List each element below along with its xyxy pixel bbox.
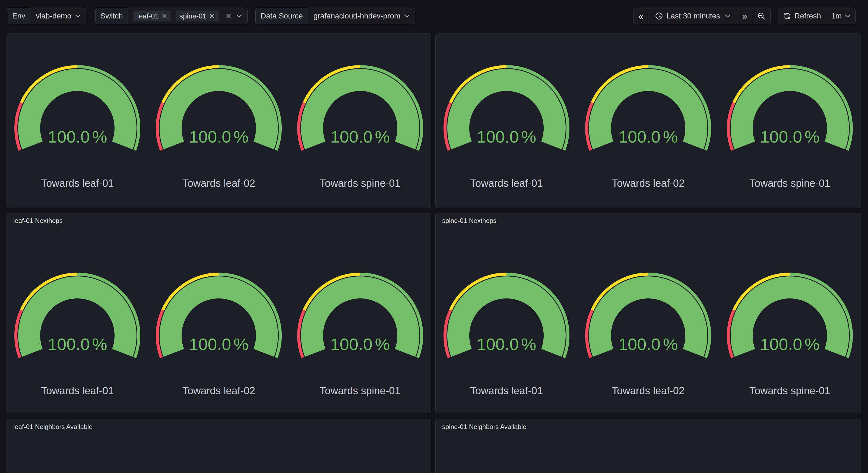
gauge: 100.0% [297, 65, 423, 152]
double-chevron-left-icon: « [639, 11, 644, 21]
gauge-cell: 100.0% Towards leaf-01 [436, 273, 577, 397]
gauge-value: 100.0% [727, 336, 853, 353]
gauge: 100.0% [585, 65, 711, 152]
panel-row1-left: 100.0% Towards leaf-01 100.0% Towards le… [6, 33, 431, 208]
gauge-label: Towards leaf-02 [612, 384, 684, 397]
zoom-out-time-button[interactable] [752, 8, 770, 24]
panel-title[interactable]: leaf-01 Neighbors Available [7, 419, 431, 431]
panel-leaf-01-neighbors-available: leaf-01 Neighbors Available [6, 419, 431, 473]
datasource-dropdown[interactable]: grafanacloud-hhdev-prom [308, 8, 415, 24]
gauge-row: 100.0% Towards leaf-01 100.0% Towards le… [436, 273, 861, 397]
panel-title[interactable]: spine-01 Neighbors Available [436, 419, 861, 431]
refresh-icon [783, 12, 791, 20]
switch-tag-spine-01[interactable]: spine-01 [176, 10, 219, 22]
datasource-value: grafanacloud-hhdev-prom [313, 12, 401, 20]
chevron-down-icon [725, 14, 731, 18]
gauge: 100.0% [297, 273, 423, 359]
chevron-down-icon [845, 14, 850, 18]
time-range-button[interactable]: Last 30 minutes [648, 8, 737, 24]
refresh-group: Refresh 1m [778, 8, 856, 24]
time-picker-group: « Last 30 minutes » [633, 8, 771, 24]
gauge-cell: 100.0% Towards leaf-02 [148, 65, 289, 189]
panel-title[interactable]: leaf-01 Nexthops [7, 213, 431, 225]
env-variable-control: Env vlab-demo [7, 8, 86, 24]
gauge-label: Towards leaf-02 [182, 177, 255, 189]
refresh-button-text: Refresh [795, 12, 821, 20]
switch-variable-control: Switch leaf-01 spine-01 [95, 8, 248, 24]
panel-row1-right: 100.0% Towards leaf-01 100.0% Towards le… [435, 33, 861, 208]
gauge: 100.0% [727, 273, 853, 359]
gauge-cell: 100.0% Towards leaf-01 [7, 273, 148, 397]
gauge-cell: 100.0% Towards leaf-02 [577, 65, 719, 189]
env-label: Env [7, 8, 30, 24]
gauge-cell: 100.0% Towards leaf-02 [577, 273, 719, 397]
gauge-value: 100.0% [297, 128, 423, 145]
gauge-value: 100.0% [297, 336, 423, 353]
remove-tag-icon[interactable] [209, 13, 215, 19]
gauge-value: 100.0% [156, 128, 282, 145]
gauge-cell: 100.0% Towards leaf-01 [7, 65, 148, 189]
gauge-label: Towards leaf-01 [41, 384, 114, 397]
switch-dropdown[interactable]: leaf-01 spine-01 [128, 8, 247, 24]
gauge-label: Towards leaf-01 [41, 177, 114, 189]
chevron-down-icon [237, 14, 242, 18]
gauge-cell: 100.0% Towards spine-01 [719, 273, 861, 397]
gauge-value: 100.0% [585, 128, 711, 145]
gauge-cell: 100.0% Towards spine-01 [289, 273, 431, 397]
gauge-cell: 100.0% Towards leaf-01 [436, 65, 577, 189]
switch-tag-leaf-01[interactable]: leaf-01 [133, 10, 171, 22]
refresh-button[interactable]: Refresh [778, 8, 826, 24]
gauge-value: 100.0% [585, 336, 711, 353]
panel-spine-01-nexthops: spine-01 Nexthops 100.0% Towards leaf-01… [435, 213, 861, 413]
switch-label-text: Switch [100, 12, 123, 20]
gauge-row: 100.0% Towards leaf-01 100.0% Towards le… [7, 65, 431, 189]
env-value: vlab-demo [36, 12, 71, 20]
gauge-label: Towards leaf-01 [470, 384, 543, 397]
double-chevron-right-icon: » [742, 11, 747, 21]
chevron-down-icon [404, 14, 410, 18]
env-label-text: Env [12, 12, 25, 20]
switch-label: Switch [96, 8, 128, 24]
env-dropdown[interactable]: vlab-demo [30, 8, 86, 24]
datasource-variable-control: Data Source grafanacloud-hhdev-prom [255, 8, 415, 24]
gauge-label: Towards leaf-02 [182, 384, 255, 397]
gauge-cell: 100.0% Towards spine-01 [289, 65, 431, 189]
gauge-value: 100.0% [14, 128, 140, 145]
time-shift-back-button[interactable]: « [633, 8, 648, 24]
clock-icon [655, 12, 663, 20]
panel-leaf-01-nexthops: leaf-01 Nexthops 100.0% Towards leaf-01 … [6, 213, 431, 413]
panel-title[interactable]: spine-01 Nexthops [436, 213, 861, 225]
gauge-label: Towards spine-01 [320, 177, 401, 189]
refresh-interval-text: 1m [831, 12, 842, 20]
gauge: 100.0% [443, 273, 569, 359]
gauge: 100.0% [14, 65, 140, 152]
gauge-label: Towards spine-01 [749, 177, 830, 189]
tag-text: spine-01 [179, 12, 207, 20]
topbar: Env vlab-demo Switch leaf-01 spine-01 [0, 0, 868, 33]
tag-text: leaf-01 [137, 12, 159, 20]
datasource-label-text: Data Source [260, 12, 303, 20]
gauge-label: Towards leaf-02 [612, 177, 684, 189]
gauge: 100.0% [156, 65, 282, 152]
gauge-value: 100.0% [727, 128, 853, 145]
grafana-dashboard: { "topbar": { "env": { "label": "Env", "… [0, 0, 868, 473]
time-shift-forward-button[interactable]: » [737, 8, 752, 24]
gauge-row: 100.0% Towards leaf-01 100.0% Towards le… [7, 273, 431, 397]
gauge-row: 100.0% Towards leaf-01 100.0% Towards le… [436, 65, 861, 189]
gauge-value: 100.0% [156, 336, 282, 353]
clear-all-icon[interactable] [225, 12, 232, 20]
zoom-out-icon [757, 12, 766, 20]
gauge: 100.0% [727, 65, 853, 152]
panel-spine-01-neighbors-available: spine-01 Neighbors Available [435, 419, 861, 473]
gauge-label: Towards spine-01 [320, 384, 401, 397]
refresh-interval-dropdown[interactable]: 1m [826, 8, 855, 24]
remove-tag-icon[interactable] [161, 13, 167, 19]
gauge-value: 100.0% [443, 336, 569, 353]
gauge: 100.0% [156, 273, 282, 359]
chevron-down-icon [75, 14, 81, 18]
time-controls: « Last 30 minutes » [633, 8, 856, 24]
gauge-cell: 100.0% Towards leaf-02 [148, 273, 289, 397]
datasource-label: Data Source [256, 8, 308, 24]
gauge-label: Towards spine-01 [749, 384, 830, 397]
gauge-label: Towards leaf-01 [470, 177, 543, 189]
